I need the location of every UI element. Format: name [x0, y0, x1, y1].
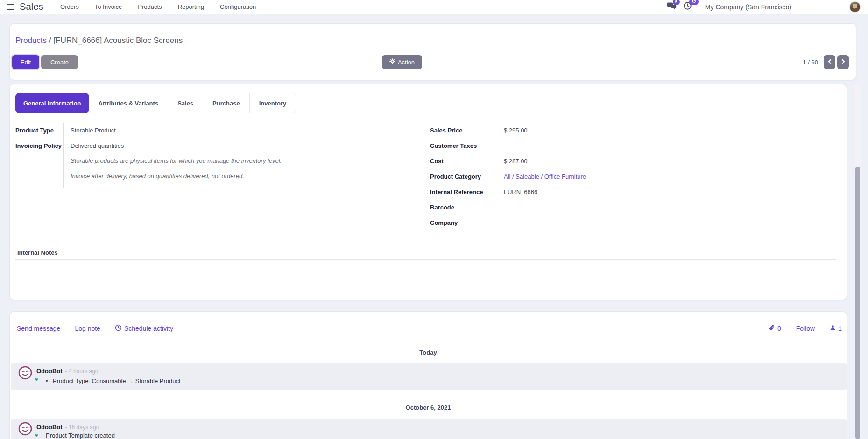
- internal-notes-label: Internal Notes: [17, 249, 58, 256]
- barcode-label: Barcode: [430, 204, 454, 211]
- product-form-sheet: General Information Attributes & Variant…: [9, 84, 847, 300]
- message-body: Product Template created: [46, 432, 115, 439]
- message-body: Product Type: Consumable → Storable Prod…: [46, 377, 181, 384]
- person-icon: [830, 325, 836, 332]
- followers-button[interactable]: 1: [830, 325, 842, 332]
- message-author[interactable]: OdooBot: [36, 424, 63, 431]
- pager-next-button[interactable]: [837, 55, 849, 69]
- followers-count: 1: [838, 325, 842, 332]
- tab-purchase[interactable]: Purchase: [203, 93, 250, 113]
- control-panel: Products / [FURN_6666] Acoustic Bloc Scr…: [9, 23, 856, 80]
- scrollbar-thumb[interactable]: [855, 167, 860, 439]
- notebook-tabs: General Information Attributes & Variant…: [16, 93, 296, 113]
- product-type-label: Product Type: [15, 127, 54, 134]
- action-button[interactable]: Action: [382, 55, 422, 69]
- edit-button[interactable]: Edit: [12, 55, 39, 69]
- left-column-separator: [63, 123, 64, 188]
- invoicing-policy-note: Invoice after delivery, based on quantit…: [71, 173, 244, 180]
- follow-button[interactable]: Follow: [796, 325, 815, 332]
- invoicing-policy-label: Invoicing Policy: [15, 142, 62, 149]
- heart-status-icon: ♥: [35, 377, 38, 382]
- clock-icon: [115, 324, 122, 333]
- right-column-separator: [497, 123, 497, 230]
- chevron-left-icon: [827, 59, 832, 66]
- activities-badge: 32: [689, 0, 699, 5]
- date-divider-today: Today: [15, 352, 841, 361]
- attachment-count: 0: [777, 325, 781, 332]
- tab-attributes-variants[interactable]: Attributes & Variants: [89, 93, 169, 113]
- top-navbar: Sales Orders To Invoice Products Reporti…: [0, 0, 868, 14]
- heart-status-icon: ♥: [35, 433, 38, 438]
- app-menu: Orders To Invoice Products Reporting Con…: [60, 3, 256, 10]
- message-timestamp: - 16 days ago: [65, 424, 99, 431]
- pager-previous-button[interactable]: [824, 55, 835, 69]
- nav-item-to-invoice[interactable]: To Invoice: [95, 3, 122, 10]
- customer-taxes-label: Customer Taxes: [430, 142, 477, 149]
- company-label: Company: [430, 219, 458, 226]
- odoobot-avatar: ♥: [18, 366, 32, 380]
- breadcrumb-separator: /: [49, 36, 51, 45]
- product-category-value[interactable]: All / Saleable / Office Furniture: [504, 173, 586, 180]
- internal-notes-divider: [15, 259, 836, 260]
- apps-menu-icon[interactable]: [7, 4, 14, 10]
- internal-reference-value: FURN_6666: [504, 188, 537, 195]
- breadcrumb-current: [FURN_6666] Acoustic Bloc Screens: [53, 36, 183, 45]
- company-switcher[interactable]: My Company (San Francisco): [705, 3, 791, 11]
- activities-menu-button[interactable]: 32: [683, 1, 692, 12]
- log-note-button[interactable]: Log note: [75, 325, 100, 332]
- scrollbar[interactable]: [855, 84, 861, 439]
- chevron-right-icon: [841, 59, 846, 66]
- send-message-button[interactable]: Send message: [17, 325, 60, 332]
- gear-icon: [389, 58, 395, 66]
- sales-price-value: $ 295.00: [504, 127, 528, 134]
- tab-inventory[interactable]: Inventory: [249, 93, 296, 113]
- chatter: Send message Log note Schedule activity …: [9, 311, 847, 439]
- message-today: ♥ OdooBot - 4 hours ago Product Type: Co…: [11, 363, 847, 390]
- nav-item-products[interactable]: Products: [138, 3, 162, 10]
- cost-label: Cost: [430, 158, 444, 165]
- nav-item-orders[interactable]: Orders: [60, 3, 79, 10]
- nav-item-reporting[interactable]: Reporting: [178, 3, 204, 10]
- message-author[interactable]: OdooBot: [36, 368, 63, 375]
- tab-sales[interactable]: Sales: [168, 93, 203, 113]
- breadcrumb-products-link[interactable]: Products: [15, 36, 47, 45]
- create-button[interactable]: Create: [41, 55, 78, 69]
- pager: 1 / 60: [803, 55, 849, 69]
- sales-price-label: Sales Price: [430, 127, 462, 134]
- breadcrumb: Products / [FURN_6666] Acoustic Bloc Scr…: [15, 36, 183, 45]
- schedule-activity-button[interactable]: Schedule activity: [115, 324, 173, 333]
- attachments-button[interactable]: 0: [769, 324, 781, 333]
- internal-reference-label: Internal Reference: [430, 188, 483, 195]
- message-october: ♥ OdooBot - 16 days ago Product Template…: [11, 419, 847, 439]
- paperclip-icon: [769, 324, 775, 333]
- odoobot-avatar: ♥: [18, 422, 32, 436]
- date-divider-october: October 6, 2021: [15, 407, 841, 416]
- pager-counter: 1 / 60: [803, 59, 818, 66]
- storable-product-note: Storable products are physical items for…: [71, 157, 282, 164]
- invoicing-policy-value: Delivered quantities: [71, 142, 124, 149]
- product-type-value: Storable Product: [71, 127, 116, 134]
- message-timestamp: - 4 hours ago: [65, 368, 99, 375]
- messages-menu-button[interactable]: 5: [667, 2, 677, 12]
- product-category-label: Product Category: [430, 173, 481, 180]
- tab-general-information[interactable]: General Information: [15, 93, 89, 113]
- app-brand[interactable]: Sales: [20, 1, 43, 12]
- messages-badge: 5: [673, 0, 680, 5]
- user-avatar[interactable]: [849, 1, 861, 13]
- cost-value: $ 287.00: [504, 158, 528, 165]
- nav-item-configuration[interactable]: Configuration: [220, 3, 256, 10]
